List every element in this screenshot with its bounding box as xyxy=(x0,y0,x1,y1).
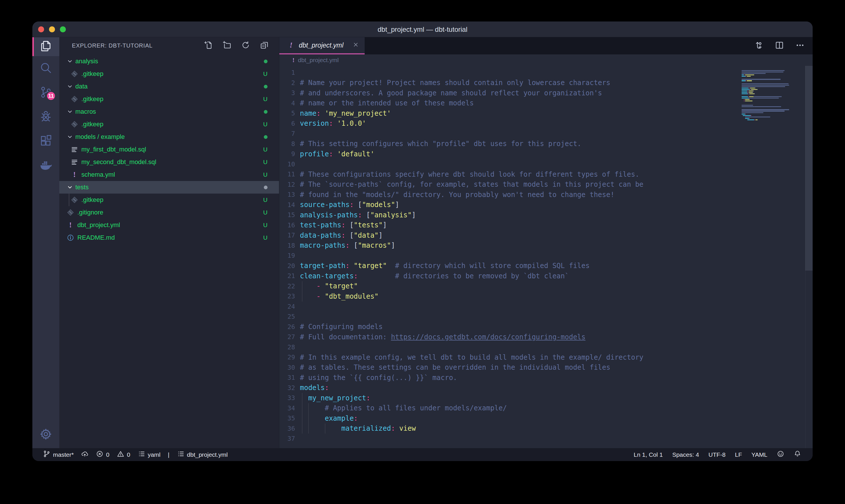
status-master[interactable]: master* xyxy=(43,450,74,459)
tree-item--gitkeep[interactable]: .gitkeepU xyxy=(59,68,279,80)
activitybar-item-settings[interactable] xyxy=(32,428,59,442)
status-lf[interactable]: LF xyxy=(735,451,742,458)
git-file-icon xyxy=(71,196,78,204)
chevron-down-icon xyxy=(67,83,73,90)
source-control-badge: 11 xyxy=(46,91,56,101)
tree-item-label: schema.yml xyxy=(82,171,115,178)
git-status-badge: U xyxy=(263,171,268,178)
line-number: 15 xyxy=(279,211,295,218)
tree-item-dbt-project-yml[interactable]: !dbt_project.ymlU xyxy=(59,219,279,231)
status-label: dbt_project.yml xyxy=(187,451,228,458)
code-line-15: 15analysis-paths: ["analysis"] xyxy=(279,210,813,220)
activitybar-item-debug[interactable] xyxy=(32,105,59,129)
line-number: 37 xyxy=(279,435,295,442)
code-line-35: 35 example: xyxy=(279,413,813,424)
tree-item-tests[interactable]: tests xyxy=(59,181,279,194)
status-yaml[interactable]: YAML xyxy=(751,451,767,458)
breadcrumb[interactable]: ! dbt_project.yml xyxy=(279,54,813,66)
activitybar-item-search[interactable] xyxy=(32,56,59,80)
scrollbar-slider[interactable] xyxy=(805,66,813,271)
code-editor[interactable]: 12# Name your project! Project names sho… xyxy=(279,66,813,448)
status-dbt-project-yml[interactable]: dbt_project.yml xyxy=(177,450,228,459)
tree-item-schema-yml[interactable]: !schema.ymlU xyxy=(59,168,279,181)
collapse-all-icon[interactable] xyxy=(260,41,269,51)
tree-item-readme-md[interactable]: README.mdU xyxy=(59,231,279,244)
status-smiley[interactable] xyxy=(777,450,784,459)
split-editor-icon[interactable] xyxy=(775,41,784,51)
indent-guide xyxy=(308,403,309,434)
git-status-badge: U xyxy=(263,234,268,241)
new-folder-icon[interactable] xyxy=(222,41,231,51)
indent-guide xyxy=(69,194,69,206)
status-bell[interactable] xyxy=(794,450,801,459)
code-line-3: 3# and underscores. A good package name … xyxy=(279,88,813,98)
code-line-30: 30# as tables. These settings can be ove… xyxy=(279,362,813,373)
line-number: 28 xyxy=(279,344,295,351)
code-line-6: 6version: '1.0.0' xyxy=(279,119,813,129)
tree-item-data[interactable]: data xyxy=(59,80,279,93)
code-line-16: 16test-paths: ["tests"] xyxy=(279,220,813,231)
line-number: 14 xyxy=(279,201,295,209)
code-line-23: 23 - "dbt_modules" xyxy=(279,291,813,302)
git-status-badge: U xyxy=(263,146,268,153)
line-number: 2 xyxy=(279,79,295,87)
tree-item--gitignore[interactable]: .gitignoreU xyxy=(59,206,279,219)
line-number: 24 xyxy=(279,303,295,310)
line-number: 4 xyxy=(279,100,295,107)
folder-status-dot xyxy=(264,135,268,139)
tab-bar: ! dbt_project.yml xyxy=(279,37,813,54)
code-line-32: 32models: xyxy=(279,383,813,393)
line-number: 11 xyxy=(279,171,295,178)
close-tab-icon[interactable] xyxy=(353,41,359,49)
activitybar-item-docker[interactable] xyxy=(32,154,59,178)
git-file-icon xyxy=(67,209,74,216)
refresh-icon[interactable] xyxy=(241,41,250,51)
yaml-warning-icon: ! xyxy=(71,171,78,178)
code-line-17: 17data-paths: ["data"] xyxy=(279,230,813,240)
line-number: 16 xyxy=(279,222,295,229)
open-changes-icon[interactable] xyxy=(754,41,763,51)
status-label: master* xyxy=(53,451,74,458)
status-spaces-4[interactable]: Spaces: 4 xyxy=(672,451,699,458)
tab-dbt-project-yml[interactable]: ! dbt_project.yml xyxy=(279,37,365,54)
more-actions-icon[interactable] xyxy=(795,41,805,51)
code-lines: 12# Name your project! Project names sho… xyxy=(279,66,813,444)
tree-item-my-first-dbt-model-sql[interactable]: my_first_dbt_model.sqlU xyxy=(59,143,279,156)
editor-scrollbar[interactable] xyxy=(805,66,813,448)
folder-status-dot xyxy=(264,85,268,89)
tree-item--gitkeep[interactable]: .gitkeepU xyxy=(59,118,279,130)
tree-item-analysis[interactable]: analysis xyxy=(59,55,279,68)
new-file-icon[interactable] xyxy=(204,41,213,51)
status-ln-1-col-1[interactable]: Ln 1, Col 1 xyxy=(634,451,663,458)
git-file-icon xyxy=(71,121,78,128)
doc-link[interactable]: https://docs.getdbt.com/docs/configuring… xyxy=(391,333,586,341)
git-status-badge: U xyxy=(263,121,268,128)
tree-item--gitkeep[interactable]: .gitkeepU xyxy=(59,93,279,105)
code-line-8: 8# This setting configures which "profil… xyxy=(279,139,813,149)
line-number: 26 xyxy=(279,323,295,330)
activitybar-item-explorer[interactable] xyxy=(32,37,59,56)
tree-item-macros[interactable]: macros xyxy=(59,105,279,118)
status-yaml[interactable]: yaml xyxy=(138,450,160,459)
indent-guide xyxy=(302,281,303,302)
tree-item-label: my_first_dbt_model.sql xyxy=(82,146,146,153)
activitybar-item-extensions[interactable] xyxy=(32,129,59,154)
activitybar-item-source-control[interactable]: 11 xyxy=(32,80,59,105)
tree-item-my-second-dbt-model-sql[interactable]: my_second_dbt_model.sqlU xyxy=(59,156,279,168)
tree-item-label: my_second_dbt_model.sql xyxy=(82,158,156,166)
status-cloud-upload[interactable] xyxy=(81,450,89,459)
tree-item--gitkeep[interactable]: .gitkeepU xyxy=(59,194,279,206)
editor-area: ! dbt_project.yml xyxy=(279,37,813,448)
tree-item-models-example[interactable]: models / example xyxy=(59,130,279,143)
status-0[interactable]: 0 xyxy=(96,450,109,459)
status-utf-8[interactable]: UTF-8 xyxy=(708,451,725,458)
status-0[interactable]: 0 xyxy=(117,450,130,459)
tree-item-label: dbt_project.yml xyxy=(77,221,120,229)
code-line-22: 22 - "target" xyxy=(279,281,813,291)
status-bar: master*00yaml|dbt_project.yml Ln 1, Col … xyxy=(32,448,813,461)
explorer-sidebar: EXPLORER: DBT-TUTORIAL analysis.gitkeepU… xyxy=(59,37,279,448)
gear-icon xyxy=(39,428,52,442)
chevron-down-icon xyxy=(67,58,73,65)
line-number: 29 xyxy=(279,354,295,361)
git-file-icon xyxy=(71,70,78,78)
